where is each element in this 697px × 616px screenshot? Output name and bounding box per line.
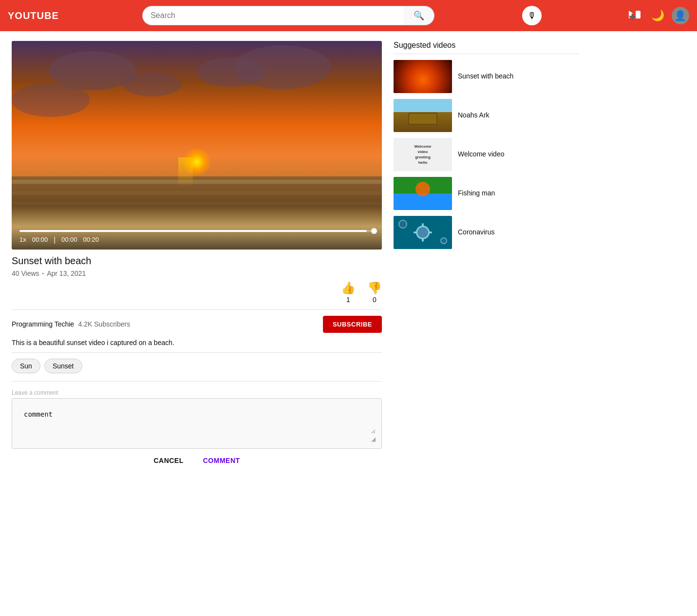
progress-bar[interactable] bbox=[19, 230, 374, 232]
suggested-title-3: Fishing man bbox=[458, 189, 495, 198]
tag-sunset[interactable]: Sunset bbox=[44, 359, 82, 373]
dislike-item: 👎 0 bbox=[367, 281, 382, 304]
cancel-button[interactable]: CANCEL bbox=[153, 457, 183, 464]
suggested-item-0[interactable]: Sunset with beach bbox=[394, 60, 579, 93]
thumb-2: Welcomevideogreetinghello bbox=[394, 138, 452, 171]
comment-textarea[interactable] bbox=[18, 404, 376, 434]
account-icon: 👤 bbox=[674, 10, 686, 21]
svg-rect-0 bbox=[636, 11, 640, 19]
channel-row: Programming Techie 4.2K Subscribers SUBS… bbox=[12, 316, 382, 333]
like-item: 👍 1 bbox=[341, 281, 356, 304]
search-button[interactable]: 🔍 bbox=[403, 6, 434, 25]
video-meta: 40 Views ● Apr 13, 2021 bbox=[12, 270, 382, 277]
search-input[interactable] bbox=[142, 6, 403, 25]
video-description: This is a beautiful sunset video i captu… bbox=[12, 339, 382, 353]
create-button[interactable]: ➕ bbox=[625, 6, 644, 25]
comment-textarea-container[interactable]: ◢ bbox=[12, 398, 382, 449]
progress-thumb bbox=[371, 228, 377, 234]
suggested-item-4[interactable]: Coronavirus bbox=[394, 216, 579, 249]
mic-button[interactable]: 🎙 bbox=[522, 6, 542, 25]
channel-info: Programming Techie 4.2K Subscribers bbox=[12, 320, 130, 328]
comment-submit-button[interactable]: COMMENT bbox=[203, 457, 240, 464]
like-button[interactable]: 👍 bbox=[341, 281, 356, 295]
dot-separator: ● bbox=[42, 272, 44, 275]
subscribe-button[interactable]: SUBSCRIBE bbox=[323, 316, 382, 333]
logo: YOUTUBE bbox=[8, 10, 59, 21]
thumb-3 bbox=[394, 177, 452, 210]
speed-label: 1x bbox=[19, 236, 26, 243]
theme-button[interactable]: 🌙 bbox=[648, 6, 668, 25]
suggested-item-1[interactable]: Noahs Ark bbox=[394, 99, 579, 132]
suggested-title: Suggested videos bbox=[394, 41, 579, 54]
dislike-count: 0 bbox=[373, 296, 377, 304]
search-icon: 🔍 bbox=[414, 10, 424, 21]
engagement-row: 👍 1 👎 0 bbox=[12, 281, 382, 310]
sidebar: Suggested videos Sunset with beach Noahs… bbox=[394, 41, 579, 464]
controls-row: 1x 00:00 | 00:00 00:20 bbox=[19, 236, 374, 244]
search-container: 🔍 bbox=[142, 6, 434, 25]
upload-date: Apr 13, 2021 bbox=[47, 270, 86, 277]
progress-fill bbox=[19, 230, 367, 232]
time-current: 00:00 bbox=[32, 236, 48, 243]
suggested-title-0: Sunset with beach bbox=[458, 72, 513, 81]
header: YOUTUBE 🔍 🎙 ➕ 🌙 👤 bbox=[0, 0, 697, 31]
suggested-item-3[interactable]: Fishing man bbox=[394, 177, 579, 210]
dislike-button[interactable]: 👎 bbox=[367, 281, 382, 295]
video-player[interactable]: 1x 00:00 | 00:00 00:20 bbox=[12, 41, 382, 250]
video-background bbox=[12, 41, 382, 250]
sun-reflection bbox=[178, 157, 193, 187]
suggested-title-4: Coronavirus bbox=[458, 228, 494, 237]
main-layout: 1x 00:00 | 00:00 00:20 Sunset with beach… bbox=[0, 31, 682, 474]
resize-handle: ◢ bbox=[18, 436, 376, 443]
time-elapsed: 00:00 bbox=[61, 236, 77, 243]
tags-row: Sun Sunset bbox=[12, 359, 382, 382]
channel-name: Programming Techie bbox=[12, 320, 74, 328]
suggested-title-1: Noahs Ark bbox=[458, 111, 490, 120]
suggested-title-2: Welcome video bbox=[458, 150, 504, 159]
player-controls: 1x 00:00 | 00:00 00:20 bbox=[12, 226, 382, 250]
svg-text:➕: ➕ bbox=[629, 13, 636, 20]
comment-section: Leave a comment ◢ CANCEL COMMENT bbox=[12, 389, 382, 464]
view-count: 40 Views bbox=[12, 270, 39, 277]
suggested-item-2[interactable]: Welcomevideogreetinghello Welcome video bbox=[394, 138, 579, 171]
like-count: 1 bbox=[346, 296, 350, 304]
subscriber-count: 4.2K Subscribers bbox=[78, 320, 131, 328]
create-icon: ➕ bbox=[629, 9, 640, 23]
thumb-4 bbox=[394, 216, 452, 249]
video-title: Sunset with beach bbox=[12, 255, 382, 267]
comment-placeholder-label: Leave a comment bbox=[12, 389, 382, 396]
thumb-1 bbox=[394, 99, 452, 132]
time-separator: | bbox=[54, 236, 56, 244]
comment-actions: CANCEL COMMENT bbox=[12, 457, 382, 464]
video-section: 1x 00:00 | 00:00 00:20 Sunset with beach… bbox=[12, 41, 382, 464]
tag-sun[interactable]: Sun bbox=[12, 359, 40, 373]
theme-icon: 🌙 bbox=[651, 9, 664, 22]
header-actions: ➕ 🌙 👤 bbox=[625, 6, 689, 25]
account-button[interactable]: 👤 bbox=[672, 7, 689, 24]
mic-icon: 🎙 bbox=[527, 11, 536, 21]
time-total: 00:20 bbox=[83, 236, 99, 243]
thumb-0 bbox=[394, 60, 452, 93]
